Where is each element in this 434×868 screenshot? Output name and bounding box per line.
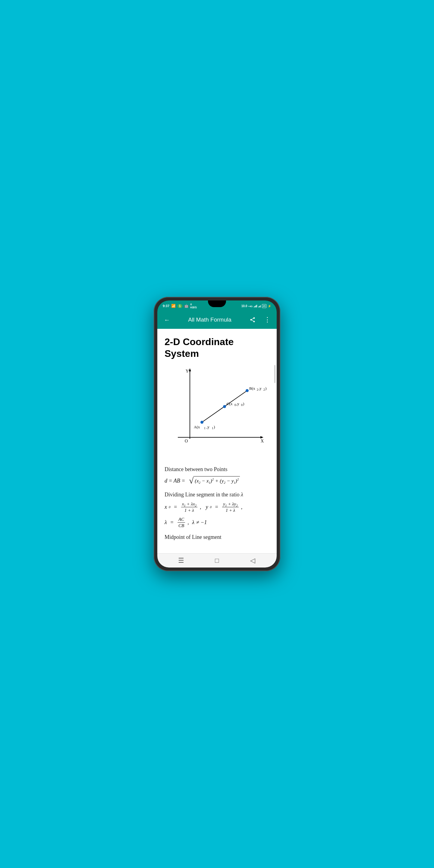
bar1 bbox=[254, 307, 254, 307]
lambda-formula-line: λ = AC CB , λ ≠ −1 bbox=[164, 517, 270, 528]
svg-point-14 bbox=[223, 405, 226, 408]
svg-text:O: O bbox=[185, 439, 188, 443]
frac-y: y1 + λy2 1 + λ bbox=[222, 501, 239, 513]
frac-x: x1 + λx2 1 + λ bbox=[181, 501, 197, 513]
svg-text:): ) bbox=[214, 425, 215, 429]
phone-frame: 9:37 📶 1 🤖 0KB/S 10.0 ÷4G bbox=[154, 297, 280, 571]
phone-screen: 9:37 📶 1 🤖 0KB/S 10.0 ÷4G bbox=[157, 301, 277, 567]
svg-text:,y: ,y bbox=[207, 425, 210, 429]
nav-home-button[interactable]: □ bbox=[211, 557, 223, 564]
coordinate-svg: O Y X A(x 1 ,y 1 ) C(x bbox=[166, 367, 268, 457]
midpoint-section: Midpoint of Line segment bbox=[164, 533, 270, 541]
bar4 bbox=[256, 305, 257, 307]
svg-text:Y: Y bbox=[186, 369, 189, 373]
svg-text:A(x: A(x bbox=[194, 425, 200, 429]
app-bar: ← All Math Formula ⋮ bbox=[157, 311, 277, 329]
app-bar-title: All Math Formula bbox=[177, 316, 243, 323]
wifi-icon: 📶 bbox=[171, 304, 176, 308]
svg-text:2: 2 bbox=[257, 388, 258, 391]
dividing-formula-x: x0 = x1 + λx2 1 + λ , y0 = y1 + λy2 1 + … bbox=[164, 501, 270, 513]
svg-text:1: 1 bbox=[204, 427, 206, 430]
svg-text:2: 2 bbox=[264, 388, 265, 391]
svg-marker-3 bbox=[260, 436, 264, 438]
midpoint-label: Midpoint of Line segment bbox=[164, 533, 270, 541]
svg-text:): ) bbox=[265, 386, 267, 391]
page-heading: 2-D Coordinate System bbox=[164, 336, 270, 359]
distance-section: Distance between two Points d = AB = √ (… bbox=[164, 465, 270, 486]
svg-text:,y: ,y bbox=[236, 401, 239, 406]
svg-text:1: 1 bbox=[212, 427, 213, 430]
more-options-button[interactable]: ⋮ bbox=[262, 315, 272, 324]
distance-formula-line: d = AB = √ (x2 − x1)2 + (y2 − y1)2 bbox=[164, 476, 270, 486]
android-icon: 🤖 bbox=[184, 304, 189, 308]
nav-menu-button[interactable]: ☰ bbox=[175, 557, 187, 564]
status-bar-left: 9:37 📶 1 🤖 0KB/S bbox=[163, 303, 197, 309]
sqrt-wrapper: √ (x2 − x1)2 + (y2 − y1)2 bbox=[189, 476, 240, 486]
network-speed: 10.0 ÷4G bbox=[241, 304, 253, 308]
svg-marker-1 bbox=[189, 368, 191, 371]
nav-bar: ☰ □ ◁ bbox=[157, 553, 277, 567]
dividing-formula: x0 = x1 + λx2 1 + λ , y0 = y1 + λy2 1 + … bbox=[164, 501, 270, 513]
status-bar: 9:37 📶 1 🤖 0KB/S 10.0 ÷4G bbox=[157, 301, 277, 311]
dividing-label: Dividing Line segment in the ratio λ bbox=[164, 491, 270, 499]
bar5 bbox=[258, 307, 259, 307]
time-display: 9:37 bbox=[163, 304, 169, 308]
signal-bars-2 bbox=[258, 304, 261, 307]
lambda-formula: λ = AC CB , λ ≠ −1 bbox=[164, 517, 270, 528]
distance-label: Distance between two Points bbox=[164, 465, 270, 473]
svg-text:0: 0 bbox=[235, 403, 236, 407]
distance-formula: d = AB = √ (x2 − x1)2 + (y2 − y1)2 bbox=[164, 476, 270, 486]
svg-text:B(x: B(x bbox=[249, 386, 255, 391]
bar3 bbox=[255, 305, 256, 307]
svg-text:,y: ,y bbox=[258, 386, 261, 391]
notification-badge: 1 bbox=[178, 304, 182, 308]
svg-text:C(x: C(x bbox=[227, 401, 233, 406]
content-area: 2-D Coordinate System O Y bbox=[157, 329, 277, 553]
svg-point-8 bbox=[200, 421, 204, 424]
charging-icon: ⚡ bbox=[268, 304, 271, 308]
svg-point-20 bbox=[246, 389, 249, 392]
svg-text:): ) bbox=[243, 401, 244, 406]
back-button[interactable]: ← bbox=[162, 315, 172, 324]
notch bbox=[208, 301, 226, 307]
bar6 bbox=[259, 306, 260, 307]
coordinate-diagram: O Y X A(x 1 ,y 1 ) C(x bbox=[164, 367, 270, 457]
svg-text:X: X bbox=[261, 439, 264, 443]
svg-text:0: 0 bbox=[241, 403, 243, 407]
bar2 bbox=[255, 306, 255, 307]
scroll-indicator bbox=[274, 365, 276, 383]
status-bar-right: 10.0 ÷4G 29 ⚡ bbox=[241, 304, 271, 308]
share-button[interactable] bbox=[248, 315, 257, 324]
battery-icon: 29 bbox=[262, 304, 267, 308]
kb-display: 0KB/S bbox=[190, 303, 197, 309]
bar7 bbox=[260, 305, 261, 307]
signal-bars bbox=[254, 304, 257, 307]
dividing-section: Dividing Line segment in the ratio λ x0 … bbox=[164, 491, 270, 528]
frac-lambda: AC CB bbox=[178, 517, 185, 528]
nav-back-button[interactable]: ◁ bbox=[247, 557, 259, 564]
